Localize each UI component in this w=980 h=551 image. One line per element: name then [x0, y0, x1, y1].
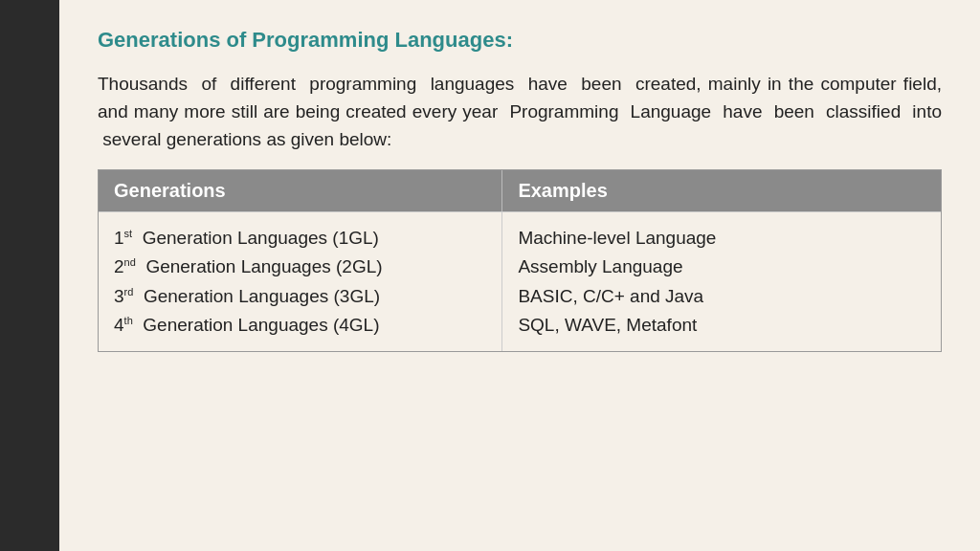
content-area: Generations of Programming Languages: Th…: [59, 0, 980, 551]
table-body-row: 1st Generation Languages (1GL) 2nd Gener…: [99, 211, 941, 352]
generations-cell: 1st Generation Languages (1GL) 2nd Gener…: [99, 212, 502, 352]
header-examples: Examples: [502, 170, 941, 211]
generations-table: Generations Examples 1st Generation Lang…: [98, 169, 942, 353]
left-bar: [0, 0, 59, 551]
header-generations: Generations: [99, 170, 502, 211]
table-header-row: Generations Examples: [99, 170, 941, 211]
slide-container: Generations of Programming Languages: Th…: [0, 0, 980, 551]
slide-title: Generations of Programming Languages:: [98, 27, 942, 55]
examples-cell: Machine-level Language Assembly Language…: [502, 212, 941, 352]
intro-paragraph: Thousands of different programming langu…: [98, 70, 942, 154]
